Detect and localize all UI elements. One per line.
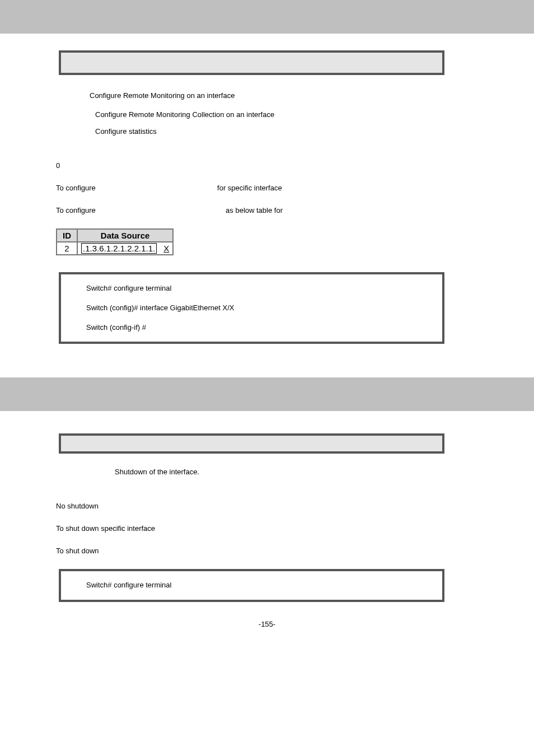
example-suffix-1: as below table for xyxy=(226,206,283,214)
syntax-box-2 xyxy=(59,433,444,454)
example-line-s2-1: Switch# configure terminal xyxy=(61,576,442,595)
option-line-3: Configure statistics xyxy=(34,124,500,139)
th-id: ID xyxy=(57,229,77,242)
usage-suffix-1: for specific interface xyxy=(217,184,282,192)
example-box-1: Switch# configure terminal Switch (confi… xyxy=(59,272,444,344)
page-number: -155- xyxy=(0,620,534,628)
th-datasource: Data Source xyxy=(77,229,173,242)
purpose-line: Shutdown of the interface. xyxy=(34,465,500,479)
table-row: 2 .1.3.6.1.2.1.2.2.1.1. X xyxy=(57,242,173,255)
section-heading-bar-2 xyxy=(0,377,534,411)
example-line-1: Switch# configure terminal xyxy=(61,279,442,298)
option-line-2: Configure Remote Monitoring Collection o… xyxy=(34,105,500,124)
option-line-1: Configure Remote Monitoring on an interf… xyxy=(34,86,500,105)
td-datasource: .1.3.6.1.2.1.2.2.1.1. xyxy=(81,243,157,254)
example-intro-2: To shut down xyxy=(34,547,500,555)
section-heading-bar-1 xyxy=(0,0,534,34)
default-value-1: 0 xyxy=(34,161,500,170)
td-id: 2 xyxy=(57,242,77,255)
syntax-box-1 xyxy=(59,50,444,75)
section-1-content: Configure Remote Monitoring on an interf… xyxy=(0,50,534,344)
table-header-row: ID Data Source xyxy=(57,229,173,242)
example-line-3: Switch (config-if) # xyxy=(61,318,442,338)
td-x: X xyxy=(160,242,173,255)
usage-guide-2: To shut down specific interface xyxy=(34,524,500,533)
example-box-2: Switch# configure terminal xyxy=(59,569,444,602)
usage-prefix-1: To configure xyxy=(56,184,96,192)
default-value-2: No shutdown xyxy=(34,502,500,510)
example-prefix-1: To configure xyxy=(56,206,96,214)
example-intro-1: To configure as below table for xyxy=(34,206,500,214)
data-source-table: ID Data Source 2 .1.3.6.1.2.1.2.2.1.1. X xyxy=(56,228,174,255)
section-2-content: Shutdown of the interface. No shutdown T… xyxy=(0,433,534,602)
example-line-2: Switch (config)# interface GigabitEthern… xyxy=(61,298,442,318)
usage-guide-1: To configure for specific interface xyxy=(34,184,500,192)
